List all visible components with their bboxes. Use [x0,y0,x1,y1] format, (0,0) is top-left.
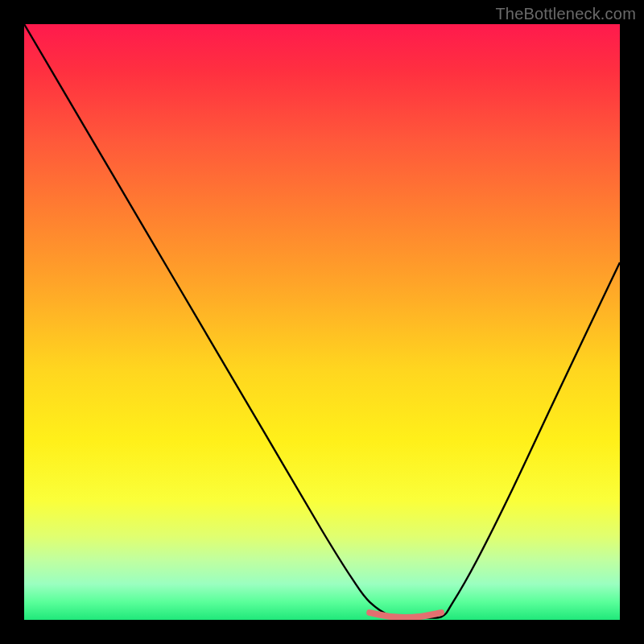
chart-overlay [24,24,620,620]
optimal-range-marker [369,613,441,617]
watermark-text: TheBottleneck.com [495,5,636,23]
chart-frame: TheBottleneck.com [0,0,644,644]
bottleneck-curve [24,24,620,618]
